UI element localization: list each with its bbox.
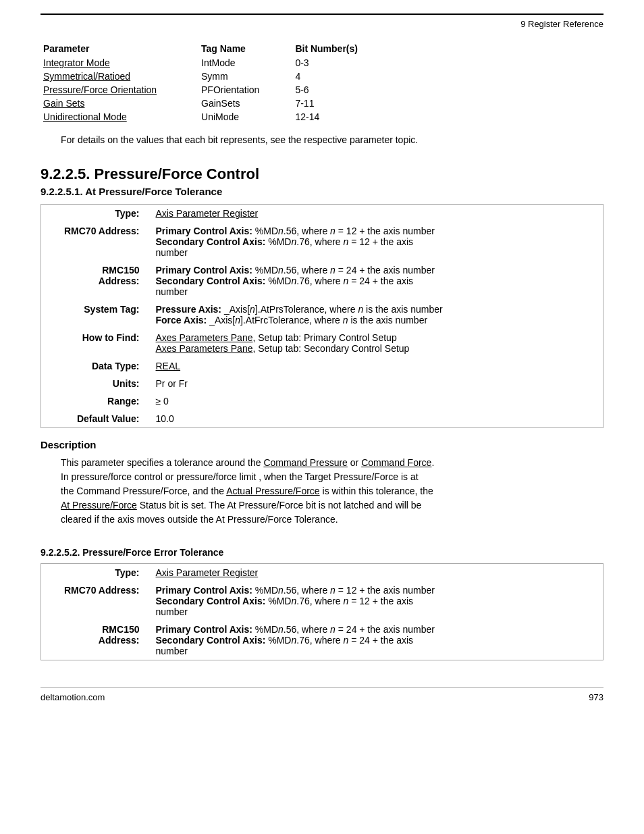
info-row: RMC150Address:Primary Control Axis: %MDn… [41,621,603,660]
param-bits: 4 [292,70,392,83]
param-bits: 7-11 [292,97,392,110]
info-row: Type:Axis Parameter Register [41,564,603,582]
info-label: RMC70 Address: [41,222,149,261]
info-label: System Tag: [41,301,149,329]
param-name[interactable]: Integrator Mode [41,56,198,70]
col-header-parameter: Parameter [41,41,198,56]
info-row: RMC70 Address:Primary Control Axis: %MDn… [41,581,603,621]
info-row: RMC70 Address:Primary Control Axis: %MDn… [41,222,603,261]
description-text: This parameter specifies a tolerance aro… [61,456,603,527]
description-heading: Description [41,439,603,450]
footer: deltamotion.com 973 [41,692,603,702]
param-tag: IntMode [198,56,292,70]
table-row: Pressure/Force OrientationPFOrientation5… [41,83,392,97]
info-table-1: Type:Axis Parameter RegisterRMC70 Addres… [41,204,603,428]
param-tag: GainSets [198,97,292,110]
footer-rule [41,687,603,688]
info-content: Pressure Axis: _Axis[n].AtPrsTolerance, … [149,301,603,329]
info-label: Data Type: [41,357,149,375]
info-content: Axis Parameter Register [149,564,603,582]
info-label: RMC70 Address: [41,581,149,621]
info-content: Axes Parameters Pane, Setup tab: Primary… [149,329,603,357]
info-row: RMC150Address:Primary Control Axis: %MDn… [41,261,603,301]
page: 9 Register Reference Parameter Tag Name … [0,0,644,729]
param-name[interactable]: Pressure/Force Orientation [41,83,198,97]
info-content: ≥ 0 [149,392,603,410]
subsection2-heading: 9.2.2.5.2. Pressure/Force Error Toleranc… [41,547,603,558]
param-name[interactable]: Gain Sets [41,97,198,110]
info-content: Primary Control Axis: %MDn.56, where n =… [149,581,603,621]
info-label: RMC150Address: [41,621,149,660]
info-label: Type: [41,564,149,582]
table-row: Integrator ModeIntMode0-3 [41,56,392,70]
info-row: Type:Axis Parameter Register [41,205,603,223]
info-label: Range: [41,392,149,410]
info-label: RMC150Address: [41,261,149,301]
info-table-2: Type:Axis Parameter RegisterRMC70 Addres… [41,563,603,660]
info-content: Primary Control Axis: %MDn.56, where n =… [149,261,603,301]
info-row: Default Value:10.0 [41,410,603,428]
info-row: Units:Pr or Fr [41,375,603,392]
info-content: 10.0 [149,410,603,428]
table-row: Gain SetsGainSets7-11 [41,97,392,110]
param-name[interactable]: Unidirectional Mode [41,110,198,124]
info-row: Range:≥ 0 [41,392,603,410]
info-row: Data Type:REAL [41,357,603,375]
footer-right: 973 [589,692,603,702]
parameter-table: Parameter Tag Name Bit Number(s) Integra… [41,41,392,124]
detail-text: For details on the values that each bit … [61,134,603,145]
info-content: REAL [149,357,603,375]
table-row: Unidirectional ModeUniMode12-14 [41,110,392,124]
info-row: How to Find:Axes Parameters Pane, Setup … [41,329,603,357]
param-tag: PFOrientation [198,83,292,97]
table-row: Symmetrical/RatioedSymm4 [41,70,392,83]
section-heading: 9.2.2.5. Pressure/Force Control [41,165,603,183]
subsection-heading: 9.2.2.5.1. At Pressure/Force Tolerance [41,186,603,197]
info-content: Axis Parameter Register [149,205,603,223]
info-row: System Tag:Pressure Axis: _Axis[n].AtPrs… [41,301,603,329]
param-tag: UniMode [198,110,292,124]
info-content: Pr or Fr [149,375,603,392]
info-label: Default Value: [41,410,149,428]
param-tag: Symm [198,70,292,83]
info-label: Type: [41,205,149,223]
info-content: Primary Control Axis: %MDn.56, where n =… [149,621,603,660]
info-label: How to Find: [41,329,149,357]
info-content: Primary Control Axis: %MDn.56, where n =… [149,222,603,261]
param-bits: 0-3 [292,56,392,70]
page-header: 9 Register Reference [41,19,603,29]
param-bits: 12-14 [292,110,392,124]
col-header-bits: Bit Number(s) [292,41,392,56]
col-header-tagname: Tag Name [198,41,292,56]
header-title: 9 Register Reference [520,19,603,29]
info-label: Units: [41,375,149,392]
footer-left: deltamotion.com [41,692,105,702]
header-rule [41,14,603,15]
param-bits: 5-6 [292,83,392,97]
param-name[interactable]: Symmetrical/Ratioed [41,70,198,83]
